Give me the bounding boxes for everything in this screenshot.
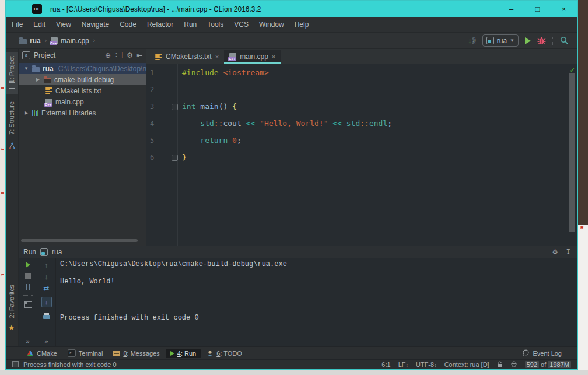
menu-help[interactable]: Help: [289, 20, 314, 29]
menu-window[interactable]: Window: [254, 20, 289, 29]
stripe-button-favorites[interactable]: 2: Favorites: [8, 285, 15, 318]
console-command-line: C:\Users\Chigusa\Desktop\rua\cmake-build…: [60, 260, 287, 268]
menu-run[interactable]: Run: [178, 20, 202, 29]
menu-file[interactable]: File: [6, 20, 28, 29]
toolbar-divider: [23, 295, 33, 296]
breadcrumb-project[interactable]: rua: [30, 37, 41, 45]
cmakelists-file-icon: [155, 54, 162, 60]
bug-icon: [537, 36, 546, 45]
run-icon: [170, 351, 174, 356]
tab-cmakelists[interactable]: CMakeLists.txt ×: [150, 50, 224, 64]
toolwindow-run[interactable]: 4: Run: [166, 349, 201, 358]
more-actions-icon[interactable]: »: [26, 338, 29, 345]
restore-layout-icon[interactable]: [24, 301, 32, 308]
code-area[interactable]: 1 #include <iostream> 2 3 int main() {: [146, 64, 577, 246]
run-panel-config-name: rua: [52, 248, 62, 256]
run-button[interactable]: [525, 37, 531, 44]
close-tab-icon[interactable]: ×: [215, 53, 219, 60]
down-stack-icon[interactable]: ↓: [44, 274, 48, 280]
debug-button[interactable]: [537, 36, 546, 45]
title-bar[interactable]: CL rua - [C:\Users\Chigusa\Desktop\rua] …: [6, 1, 577, 17]
menu-edit[interactable]: Edit: [28, 20, 51, 29]
gear-icon[interactable]: ⚙: [127, 52, 133, 59]
tab-main-cpp[interactable]: main.cpp ×: [224, 50, 281, 64]
toolwindow-todo[interactable]: 6: TODO: [202, 349, 247, 358]
menu-view[interactable]: View: [51, 20, 76, 29]
scroll-to-end-toggle[interactable]: ↓: [41, 297, 52, 307]
gear-icon[interactable]: ⚙: [552, 248, 558, 255]
horizontal-scrollbar[interactable]: [21, 239, 138, 242]
minimize-icon[interactable]: –: [498, 5, 524, 13]
hide-tool-window-icon[interactable]: ↧: [565, 248, 571, 255]
window-controls: – □ ×: [498, 5, 577, 13]
stop-icon[interactable]: [25, 273, 31, 279]
tree-row-rua[interactable]: ▼ rua C:\Users\Chigusa\Desktop\ru: [19, 63, 146, 74]
code-line: 3 int main() {: [146, 101, 577, 118]
chevron-collapsed-icon[interactable]: ▶: [23, 110, 29, 115]
screen: R CL rua - [C:\Users\Chigusa\Desktop\rua…: [0, 0, 588, 375]
toolwindow-switcher-icon[interactable]: [12, 361, 19, 367]
rerun-button[interactable]: [26, 262, 30, 268]
status-message[interactable]: Process finished with exit code 0: [23, 361, 117, 368]
locate-icon[interactable]: ⊕: [105, 52, 111, 59]
tree-item-label: cmake-build-debug: [54, 76, 114, 84]
left-tool-stripe: 1: Project 7: Structure 2: Favorites ★: [6, 49, 19, 346]
print-icon[interactable]: [43, 315, 50, 319]
menu-navigate[interactable]: Navigate: [76, 20, 114, 29]
menu-tools[interactable]: Tools: [202, 20, 229, 29]
pause-icon[interactable]: [26, 284, 30, 290]
tree-row-main-cpp[interactable]: main.cpp: [19, 96, 146, 107]
updown-icon: ↕: [405, 362, 408, 368]
maximize-icon[interactable]: □: [524, 5, 551, 13]
right-column: a Project ⊕ ÷ | ⚙ ⇤ ▼: [19, 49, 577, 346]
search-everywhere-button[interactable]: [560, 36, 569, 45]
menu-vcs[interactable]: VCS: [229, 20, 254, 29]
terminal-icon: >_: [68, 349, 76, 357]
toolwindow-cmake[interactable]: CMake: [22, 348, 62, 358]
stripe-button-structure[interactable]: 7: Structure: [8, 101, 15, 135]
run-panel-body: » ↑ ↓ ⇄ ↓ » C:\Users\Chigusa\Desktop\rua…: [19, 258, 577, 346]
stripe-button-project[interactable]: 1: Project: [8, 56, 15, 83]
memory-indicator[interactable]: 592 of 1987M: [525, 361, 571, 368]
caret-position[interactable]: 6:1: [382, 361, 390, 368]
line-ending-select[interactable]: LF↕: [398, 361, 408, 368]
tree-row-cmakelists[interactable]: CMakeLists.txt: [19, 85, 146, 96]
unlock-icon[interactable]: [497, 361, 503, 367]
toolwindow-terminal[interactable]: >_ Terminal: [63, 348, 108, 358]
clion-logo-icon: CL: [32, 4, 42, 14]
collapse-all-icon[interactable]: ÷: [114, 52, 118, 59]
hide-panel-icon[interactable]: ⇤: [136, 52, 142, 59]
run-configuration-select[interactable]: rua ▼: [482, 34, 519, 47]
fold-marker-icon[interactable]: [172, 155, 178, 161]
toolwindow-messages[interactable]: 0: Messages: [108, 349, 164, 358]
menu-code[interactable]: Code: [114, 20, 142, 29]
breadcrumb-file[interactable]: main.cpp: [61, 37, 89, 45]
project-tree: ▼ rua C:\Users\Chigusa\Desktop\ru ▶ cmak…: [19, 61, 146, 118]
close-icon[interactable]: ×: [551, 5, 577, 13]
editor-scrollbar[interactable]: [569, 73, 575, 232]
event-log-button[interactable]: Event Log: [522, 349, 562, 357]
encoding-select[interactable]: UTF-8↕: [416, 361, 437, 368]
close-tab-icon[interactable]: ×: [272, 53, 275, 60]
todo-icon: [206, 350, 214, 357]
fold-marker-icon[interactable]: [172, 104, 178, 110]
menu-refactor[interactable]: Refactor: [142, 20, 178, 29]
inspection-ok-icon[interactable]: ✓: [570, 65, 575, 74]
more-actions-icon[interactable]: »: [44, 338, 48, 345]
favorites-star-icon[interactable]: ★: [8, 323, 15, 332]
hector-notifications-icon[interactable]: [510, 361, 517, 367]
excluded-folder-icon: [44, 78, 51, 83]
chevron-collapsed-icon[interactable]: ▶: [35, 77, 41, 82]
cmake-icon: [26, 349, 34, 357]
tree-item-path: C:\Users\Chigusa\Desktop\ru: [58, 65, 146, 73]
run-console[interactable]: C:\Users\Chigusa\Desktop\rua\cmake-build…: [56, 258, 577, 346]
app-config-icon: [40, 248, 48, 256]
soft-wrap-icon[interactable]: ⇄: [43, 285, 49, 292]
project-panel-title: Project: [34, 51, 55, 59]
context-indicator[interactable]: Context: rua [D]: [444, 361, 489, 368]
up-stack-icon[interactable]: ↑: [44, 262, 48, 268]
vcs-update-icon[interactable]: ↓ 011001: [468, 37, 476, 44]
tree-row-cmake-build-debug[interactable]: ▶ cmake-build-debug: [19, 74, 146, 85]
chevron-expanded-icon[interactable]: ▼: [23, 66, 29, 71]
tree-row-external-libraries[interactable]: ▶ External Libraries: [19, 107, 146, 118]
